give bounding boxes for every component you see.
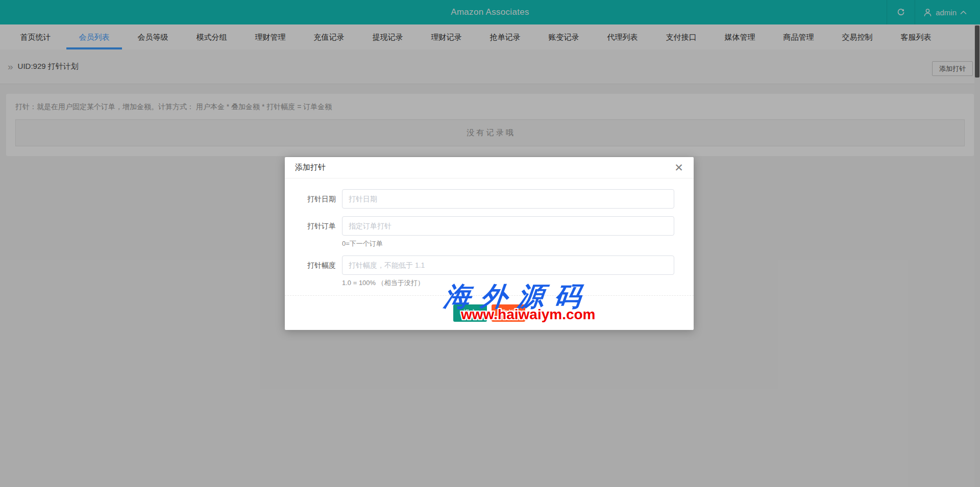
modal-header: 添加打针 — [285, 157, 694, 178]
injection-order-helper: 0=下一个订单 — [342, 239, 674, 248]
injection-order-input[interactable] — [342, 216, 674, 236]
modal-form: 打针日期 打针订单 0=下一个订单 打针幅度 1.0 = 100% （相当于没打… — [285, 189, 694, 287]
injection-rate-label: 打针幅度 — [297, 255, 342, 275]
close-icon[interactable]: ✕ — [672, 161, 685, 174]
injection-date-label: 打针日期 — [297, 189, 342, 209]
injection-rate-input[interactable] — [342, 255, 674, 275]
modal-title: 添加打针 — [295, 163, 326, 172]
injection-date-input[interactable] — [342, 189, 674, 209]
watermark-url: www.haiwaiym.com — [461, 306, 595, 323]
injection-order-label: 打针订单 — [297, 216, 342, 236]
